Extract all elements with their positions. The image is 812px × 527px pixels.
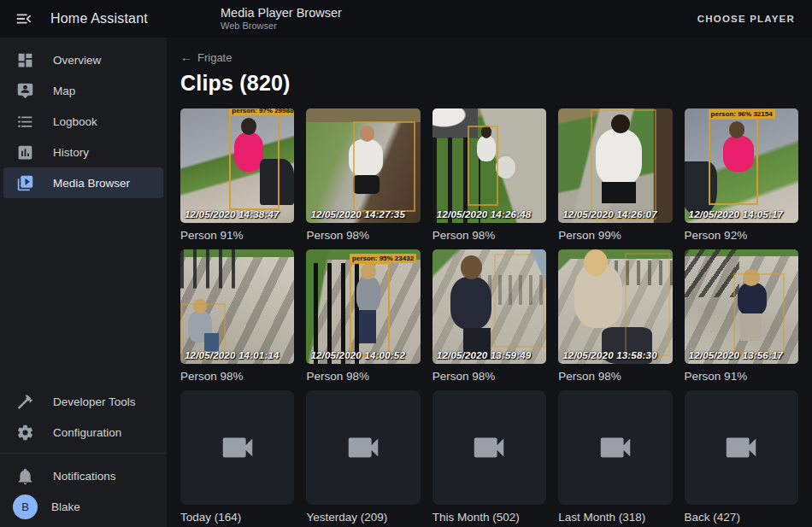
folder-item[interactable]: Last Month (318) xyxy=(558,390,672,524)
page-title: Media Player Browser xyxy=(221,5,342,20)
clip-thumbnail: 12/05/2020 14:01:14 xyxy=(180,249,294,364)
clip-item[interactable]: 12/05/2020 13:58:30 Person 98% xyxy=(558,249,672,383)
clip-caption: Person 98% xyxy=(558,370,672,383)
clip-thumbnail: 12/05/2020 13:58:30 xyxy=(558,249,672,364)
clip-item[interactable]: person: 97% 29988 12/05/2020 14:38:47 Pe… xyxy=(180,108,294,242)
sidebar-item-user[interactable]: B Blake xyxy=(3,491,163,522)
clip-timestamp: 12/05/2020 13:59:49 xyxy=(437,350,532,360)
format-list-bulleted-icon xyxy=(15,111,35,132)
page-heading: Clips (820) xyxy=(180,71,798,96)
clip-caption: Person 98% xyxy=(432,370,546,383)
sidebar: Overview Map Logbook History Media Brows… xyxy=(0,38,167,527)
page-title-block: Media Player Browser Web Browser xyxy=(221,5,342,32)
clip-item[interactable]: 12/05/2020 14:26:07 Person 99% xyxy=(558,108,672,242)
video-camera-icon xyxy=(469,428,509,467)
avatar: B xyxy=(13,495,38,519)
sidebar-item-label: Configuration xyxy=(53,426,121,439)
clip-caption: Person 98% xyxy=(432,229,546,242)
clip-thumbnail: person: 96% 32154 12/05/2020 14:05:17 xyxy=(685,108,798,223)
menu-open-button[interactable] xyxy=(14,9,34,29)
sidebar-item-label: Map xyxy=(53,85,75,97)
gear-icon xyxy=(15,422,35,442)
detection-bbox: person: 95% 23432 xyxy=(350,262,390,356)
detection-bbox xyxy=(468,126,498,206)
clip-thumbnail: 12/05/2020 14:26:07 xyxy=(558,108,672,223)
clip-item[interactable]: 12/05/2020 14:26:48 Person 98% xyxy=(432,108,546,242)
menu-open-icon xyxy=(15,9,33,28)
sidebar-item-label: Logbook xyxy=(53,115,97,128)
sidebar-item-overview[interactable]: Overview xyxy=(3,44,163,75)
clip-thumbnail: 12/05/2020 14:27:35 xyxy=(306,108,420,223)
scene-prop xyxy=(496,156,515,178)
video-camera-icon xyxy=(596,428,635,467)
folder-caption: This Month (502) xyxy=(432,511,546,524)
clip-timestamp: 12/05/2020 13:58:30 xyxy=(562,350,657,360)
detection-bbox xyxy=(353,121,415,212)
video-camera-icon xyxy=(218,428,257,467)
sidebar-item-map[interactable]: Map xyxy=(3,75,163,106)
folder-caption: Back (427) xyxy=(685,511,798,524)
user-name: Blake xyxy=(51,501,80,513)
folder-caption: Last Month (318) xyxy=(558,511,672,524)
sidebar-spacer xyxy=(0,198,167,386)
app-header: Home Assistant Media Player Browser Web … xyxy=(0,0,812,38)
breadcrumb-back[interactable]: ← Frigate xyxy=(180,50,232,64)
video-camera-icon xyxy=(344,428,383,467)
clip-item[interactable]: 12/05/2020 13:59:49 Person 98% xyxy=(432,249,546,383)
clip-item[interactable]: 12/05/2020 14:01:14 Person 98% xyxy=(180,249,294,383)
view-dashboard-icon xyxy=(15,50,35,70)
breadcrumb-label: Frigate xyxy=(197,51,232,64)
page-subtitle: Web Browser xyxy=(221,20,342,32)
sidebar-divider xyxy=(0,453,167,454)
clip-item[interactable]: person: 95% 23432 12/05/2020 14:00:52 Pe… xyxy=(306,249,420,383)
tooltip-account-icon xyxy=(15,80,35,101)
clip-thumbnail: 12/05/2020 13:59:49 xyxy=(432,249,546,364)
sidebar-item-label: History xyxy=(53,146,89,159)
sidebar-item-developer-tools[interactable]: Developer Tools xyxy=(3,386,163,417)
detection-bbox xyxy=(733,273,785,354)
folder-thumbnail xyxy=(558,390,672,505)
detection-label: person: 96% 32154 xyxy=(709,109,775,119)
clip-timestamp: 12/05/2020 14:26:07 xyxy=(562,209,657,220)
sidebar-item-history[interactable]: History xyxy=(3,137,163,167)
media-browser-content: ← Frigate Clips (820) person: 97% 29988 … xyxy=(167,38,812,527)
video-camera-icon xyxy=(721,428,761,467)
sidebar-item-label: Developer Tools xyxy=(53,395,136,408)
sidebar-item-notifications[interactable]: Notifications xyxy=(3,460,163,491)
chart-box-icon xyxy=(15,142,35,162)
sidebar-item-label: Media Browser xyxy=(53,177,130,190)
clip-caption: Person 92% xyxy=(685,229,798,242)
detection-bbox xyxy=(591,109,656,220)
sidebar-item-configuration[interactable]: Configuration xyxy=(3,417,163,448)
clip-timestamp: 12/05/2020 13:56:17 xyxy=(689,350,784,360)
clip-caption: Person 98% xyxy=(180,370,294,383)
folder-thumbnail xyxy=(180,390,294,505)
folder-caption: Today (164) xyxy=(180,511,294,524)
folder-item[interactable]: This Month (502) xyxy=(432,390,546,524)
clip-caption: Person 99% xyxy=(558,229,672,242)
clip-timestamp: 12/05/2020 14:01:14 xyxy=(185,350,279,360)
clip-item[interactable]: person: 96% 32154 12/05/2020 14:05:17 Pe… xyxy=(685,108,798,242)
folder-item[interactable]: Back (427) xyxy=(685,390,798,524)
back-arrow-icon: ← xyxy=(180,50,192,64)
sidebar-item-logbook[interactable]: Logbook xyxy=(3,106,163,137)
clip-caption: Person 91% xyxy=(180,229,294,242)
sidebar-item-media-browser[interactable]: Media Browser xyxy=(3,167,163,198)
app-title: Home Assistant xyxy=(50,11,148,26)
clip-timestamp: 12/05/2020 14:00:52 xyxy=(310,350,405,360)
clip-timestamp: 12/05/2020 14:26:48 xyxy=(437,209,532,220)
clip-item[interactable]: 12/05/2020 14:27:35 Person 98% xyxy=(306,108,420,242)
clip-item[interactable]: 12/05/2020 13:56:17 Person 91% xyxy=(685,249,798,383)
choose-player-button[interactable]: CHOOSE PLAYER xyxy=(694,9,798,29)
folder-item[interactable]: Today (164) xyxy=(180,390,294,524)
clips-grid: person: 97% 29988 12/05/2020 14:38:47 Pe… xyxy=(180,108,798,524)
clip-caption: Person 91% xyxy=(685,370,798,383)
sidebar-item-label: Overview xyxy=(53,54,101,67)
clip-timestamp: 12/05/2020 14:27:35 xyxy=(310,209,405,220)
folder-item[interactable]: Yesterday (209) xyxy=(306,390,420,524)
clip-caption: Person 98% xyxy=(306,229,420,242)
folder-thumbnail xyxy=(685,390,798,505)
sidebar-item-label: Notifications xyxy=(53,470,116,483)
play-box-multiple-icon xyxy=(15,173,35,193)
detection-label: person: 97% 29988 xyxy=(229,108,294,115)
